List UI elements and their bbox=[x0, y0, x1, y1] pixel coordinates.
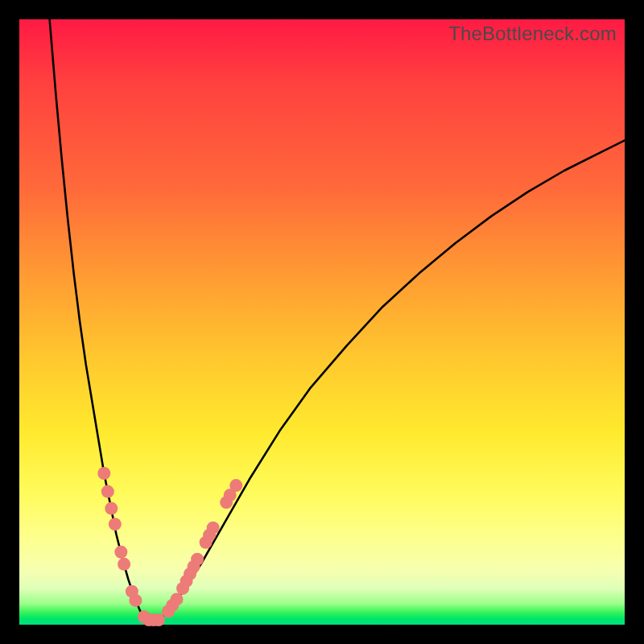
chart-svg bbox=[19, 19, 625, 625]
data-markers bbox=[97, 467, 242, 626]
data-marker bbox=[191, 553, 204, 566]
data-marker bbox=[152, 613, 165, 626]
curve-left-branch bbox=[50, 19, 147, 620]
data-marker bbox=[109, 518, 122, 530]
data-marker bbox=[114, 546, 127, 559]
chart-frame: TheBottleneck.com bbox=[0, 0, 644, 644]
curve-right-branch bbox=[159, 140, 625, 620]
data-marker bbox=[129, 594, 142, 607]
data-marker bbox=[229, 479, 242, 492]
data-marker bbox=[171, 592, 184, 605]
data-marker bbox=[207, 522, 220, 535]
data-marker bbox=[101, 485, 114, 498]
data-marker bbox=[97, 467, 110, 480]
data-marker bbox=[105, 502, 118, 515]
data-marker bbox=[118, 558, 130, 571]
chart-plot-area: TheBottleneck.com bbox=[19, 19, 625, 625]
